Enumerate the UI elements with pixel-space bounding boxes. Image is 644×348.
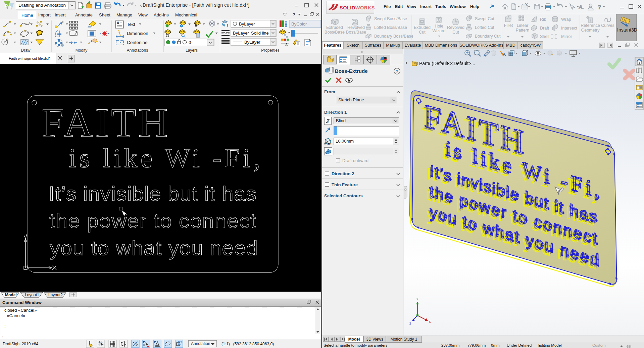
svg-text:Boundary Boss/Base: Boundary Boss/Base [374,34,413,39]
svg-text:Lofted Boss/Base: Lofted Boss/Base [374,25,407,30]
svg-text:Revolved: Revolved [447,25,464,30]
svg-text:SOLIDWORKS: SOLIDWORKS [340,5,375,10]
svg-text:0: 0 [189,40,191,45]
svg-text:A: A [503,52,506,57]
svg-text:D: D [5,3,8,8]
svg-text:Extruded: Extruded [326,25,343,30]
svg-text:Wizard: Wizard [433,29,446,33]
svg-text:It’s invisible but it has: It’s invisible but it has [49,182,256,205]
svg-text:E: E [154,341,156,344]
svg-text:Cut: Cut [452,30,459,35]
svg-text:Centerline: Centerline [127,40,148,45]
svg-text:A: A [117,21,119,25]
svg-text:?: ? [598,4,601,10]
svg-text:Layout1: Layout1 [25,293,39,297]
svg-text:?: ? [293,12,295,17]
svg-text:A..: A.. [579,4,584,9]
svg-text:Solid line: Solid line [251,31,269,36]
svg-text:Revolved: Revolved [347,25,365,30]
svg-text:z: z [409,321,411,325]
svg-text:Draft: Draft [540,26,549,31]
svg-text:Intersect: Intersect [561,26,577,31]
svg-text:Instant3D: Instant3D [617,27,637,33]
svg-text:Reference: Reference [581,23,600,28]
svg-text:Pattern: Pattern [516,28,529,33]
svg-text:Hole: Hole [435,24,443,29]
svg-text:Layout2: Layout2 [48,293,63,297]
svg-text:Geometry: Geometry [581,28,600,33]
svg-text:Boundary Cut: Boundary Cut [475,34,501,39]
svg-text:A: A [285,43,288,47]
svg-text:ByLayer: ByLayer [244,40,260,45]
svg-text:E: E [143,341,145,344]
svg-text:Dimension: Dimension [127,31,148,36]
svg-text:Lofted Cut: Lofted Cut [475,25,494,30]
svg-text:Extruded: Extruded [414,25,431,30]
svg-text:Mirror: Mirror [561,34,572,39]
svg-text:Boss/Base: Boss/Base [325,30,345,35]
svg-text:Rib: Rib [540,17,546,22]
svg-text:you to what you need: you to what you need [50,236,258,259]
svg-text:ByLayer: ByLayer [239,21,255,27]
svg-text:Fillet: Fillet [504,23,513,28]
svg-text:ByColor: ByColor [291,21,307,27]
svg-text:s: s [10,5,12,9]
svg-text:the power to connect: the power to connect [49,209,256,232]
svg-text:ByLayer: ByLayer [233,31,249,36]
svg-text:?: ? [396,69,398,74]
svg-text:Shell: Shell [540,34,549,39]
svg-text:Boss/Base: Boss/Base [346,30,366,35]
svg-text:D1: D1 [328,143,332,146]
svg-text:Cut: Cut [419,30,426,35]
svg-text:Text: Text [127,22,135,27]
svg-text:x: x [429,319,431,324]
svg-text:FAITH: FAITH [42,100,168,145]
svg-text:Swept Cut: Swept Cut [475,16,494,21]
svg-text:GD: GD [553,18,557,21]
svg-text:Model: Model [5,293,17,297]
svg-text:Wrap: Wrap [561,17,571,22]
svg-text:Curves: Curves [601,23,614,28]
svg-text:Part9 (Default<<Default>...: Part9 (Default<<Default>... [419,61,475,66]
svg-text:Y: Y [416,297,419,301]
svg-text:Swept Boss/Base: Swept Boss/Base [374,16,407,21]
svg-text:Linear: Linear [517,23,529,28]
